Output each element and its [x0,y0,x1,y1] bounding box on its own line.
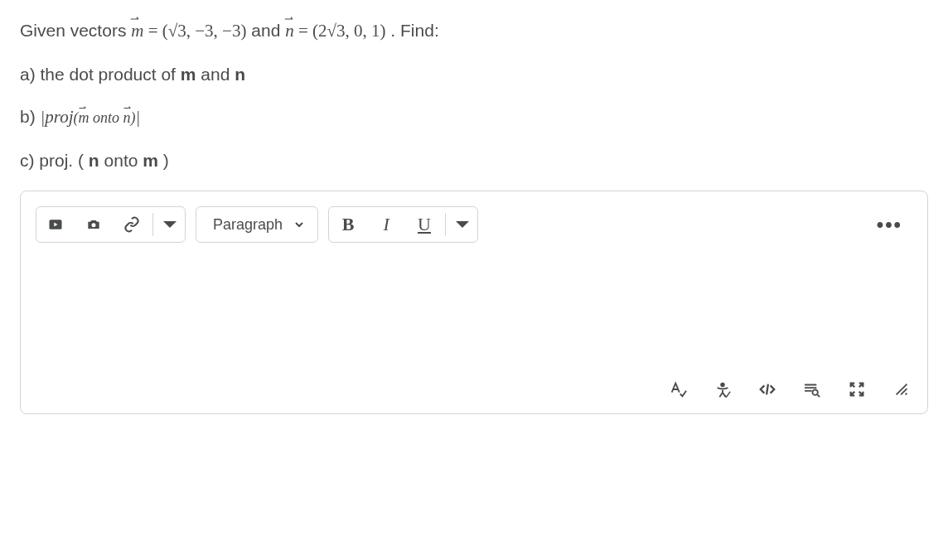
part-c-n: n [89,151,99,170]
format-dropdown[interactable] [447,207,477,242]
media-dropdown[interactable] [155,207,185,242]
intro-middle: and [251,21,285,40]
part-a-m: m [181,65,196,84]
editor-footer [36,374,912,398]
camera-button[interactable] [75,207,113,242]
part-c-suffix: ) [163,151,169,170]
intro-prefix: Given vectors [20,21,131,40]
fullscreen-button[interactable] [848,380,866,398]
accessibility-button[interactable] [713,380,732,398]
editor-body[interactable] [36,249,912,374]
divider [445,213,446,236]
part-c-prefix: c) proj. ( [20,151,84,170]
m-vector-expr: ⇀m = (√3, −3, −3) [131,21,246,41]
format-group: B I U [328,206,478,243]
camera-icon [85,216,102,233]
video-icon [47,216,64,233]
part-a-n: n [235,65,245,84]
bold-button[interactable]: B [329,207,367,242]
part-a-prefix: a) the dot product of [20,65,181,84]
code-icon [758,380,776,398]
more-button[interactable]: ••• [867,208,912,241]
intro-suffix: . Find: [390,21,438,40]
editor-toolbar: Paragraph B I U ••• [36,206,912,243]
accessibility-icon [713,380,732,398]
part-c-m: m [143,151,158,170]
resize-icon [892,380,911,398]
underline-button[interactable]: U [405,207,443,242]
part-c-middle: onto [104,151,143,170]
media-group [36,206,186,243]
italic-button[interactable]: I [367,207,405,242]
part-b-expr: |proj(⇀m onto ⇀n)| [41,107,141,127]
part-a-and: and [201,65,235,84]
fullscreen-icon [848,380,866,398]
part-b-prefix: b) [20,107,41,126]
video-button[interactable] [36,207,75,242]
link-button[interactable] [113,207,151,242]
resize-handle[interactable] [892,380,911,398]
n-vector-expr: ⇀n = (2√3, 0, 1) [285,21,385,41]
question-intro: Given vectors ⇀m = (√3, −3, −3) and ⇀n =… [20,17,928,46]
code-button[interactable] [758,380,776,398]
paragraph-label: Paragraph [213,216,283,234]
spellcheck-icon [669,380,687,398]
rich-text-editor: Paragraph B I U ••• [20,191,928,414]
spellcheck-button[interactable] [669,380,687,398]
preview-button[interactable] [803,380,821,398]
caret-down-icon [454,216,471,233]
link-icon [123,216,140,233]
divider [152,213,153,236]
part-a: a) the dot product of m and n [20,60,928,89]
preview-icon [803,380,821,398]
svg-point-3 [812,390,817,395]
part-b: b) |proj(⇀m onto ⇀n)| [20,103,928,132]
question-block: Given vectors ⇀m = (√3, −3, −3) and ⇀n =… [20,17,928,174]
part-c: c) proj. ( n onto m ) [20,147,928,175]
svg-point-1 [92,224,96,228]
caret-down-icon [162,216,178,233]
paragraph-selector[interactable]: Paragraph [196,206,318,243]
svg-point-2 [721,384,724,387]
chevron-down-icon [294,220,304,229]
